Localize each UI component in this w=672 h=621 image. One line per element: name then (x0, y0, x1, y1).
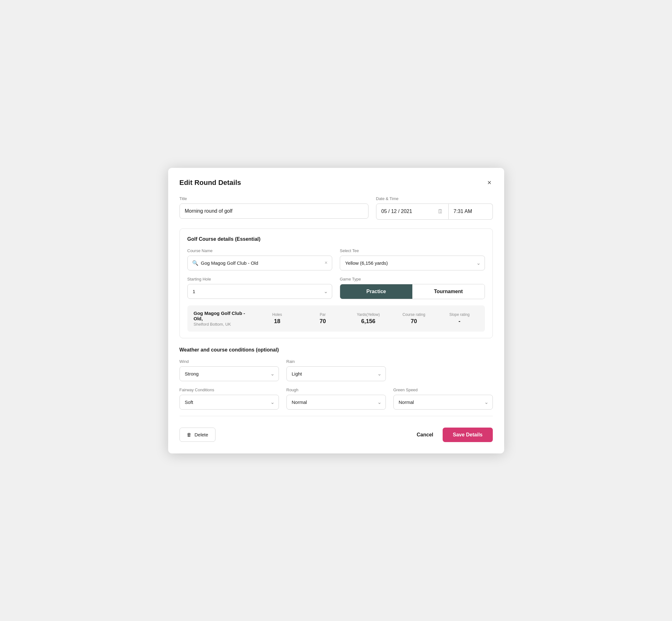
select-tee-col: Select Tee Yellow (6,156 yards) Red (5,2… (340, 248, 485, 271)
modal-header: Edit Round Details × (179, 178, 493, 188)
green-speed-wrap: Slow Normal Fast ⌄ (393, 395, 493, 410)
trash-icon: 🗑 (187, 432, 192, 437)
fairway-label: Fairway Conditions (179, 387, 279, 392)
course-name-tee-row: Course Name 🔍 × Select Tee Yellow (6,156… (187, 248, 485, 271)
wind-wrap: None Light Moderate Strong ⌄ (179, 366, 279, 381)
delete-button[interactable]: 🗑 Delete (179, 427, 215, 442)
yards-value: 6,156 (361, 318, 375, 325)
fairway-wrap: Soft Normal Firm ⌄ (179, 395, 279, 410)
date-value: 05 / 12 / 2021 (381, 209, 412, 214)
rain-col: Rain None Light Moderate Heavy ⌄ (287, 359, 386, 381)
select-tee-dropdown[interactable]: Yellow (6,156 yards) Red (5,200 yards) W… (340, 256, 485, 271)
title-label: Title (179, 196, 369, 201)
course-name-input-wrap[interactable]: 🔍 × (187, 256, 333, 271)
par-label: Par (320, 313, 326, 317)
green-speed-label: Green Speed (393, 387, 493, 392)
wind-col: Wind None Light Moderate Strong ⌄ (179, 359, 279, 381)
bottom-bar: 🗑 Delete Cancel Save Details (179, 426, 493, 442)
tournament-button[interactable]: Tournament (412, 284, 485, 299)
yards-label: Yards(Yellow) (357, 313, 380, 317)
wind-dropdown[interactable]: None Light Moderate Strong (179, 366, 279, 381)
rating-value: 70 (411, 318, 417, 325)
course-info-name: Gog Magog Golf Club - Old, Shelford Bott… (194, 310, 251, 327)
holes-value: 18 (274, 318, 280, 325)
practice-button[interactable]: Practice (340, 284, 412, 299)
fairway-dropdown[interactable]: Soft Normal Firm (179, 395, 279, 410)
rating-label: Course rating (403, 313, 425, 317)
date-time-row: 05 / 12 / 2021 🗓 7:31 AM (376, 204, 493, 220)
select-tee-label: Select Tee (340, 248, 485, 253)
starting-hole-wrap: 1 10 ⌄ (187, 284, 333, 299)
top-row: Title Date & Time 05 / 12 / 2021 🗓 7:31 … (179, 196, 493, 220)
holes-label: Holes (272, 313, 282, 317)
course-name-input[interactable] (201, 256, 322, 270)
starting-hole-dropdown[interactable]: 1 10 (187, 284, 333, 299)
edit-round-modal: Edit Round Details × Title Date & Time 0… (168, 168, 504, 453)
search-icon: 🔍 (192, 260, 199, 266)
title-input[interactable] (179, 204, 369, 219)
bottom-divider (179, 416, 493, 416)
date-box[interactable]: 05 / 12 / 2021 🗓 (376, 204, 449, 220)
course-section: Golf Course details (Essential) Course N… (179, 229, 493, 338)
yards-stat: Yards(Yellow) 6,156 (349, 313, 387, 325)
course-section-title: Golf Course details (Essential) (187, 236, 485, 242)
course-info-bar: Gog Magog Golf Club - Old, Shelford Bott… (187, 305, 485, 332)
time-value: 7:31 AM (454, 209, 472, 214)
time-box[interactable]: 7:31 AM (449, 204, 493, 220)
rating-stat: Course rating 70 (395, 313, 433, 325)
fairway-rough-green-row: Fairway Conditions Soft Normal Firm ⌄ Ro… (179, 387, 493, 410)
starting-hole-label: Starting Hole (187, 277, 333, 282)
cancel-button[interactable]: Cancel (414, 428, 436, 442)
course-name-label: Course Name (187, 248, 333, 253)
rain-label: Rain (287, 359, 386, 364)
rough-dropdown[interactable]: Soft Normal Firm (287, 395, 386, 410)
starting-hole-col: Starting Hole 1 10 ⌄ (187, 277, 333, 299)
course-name-col: Course Name 🔍 × (187, 248, 333, 271)
starting-hole-game-type-row: Starting Hole 1 10 ⌄ Game Type Practice … (187, 277, 485, 299)
modal-title: Edit Round Details (179, 178, 241, 187)
course-location-display: Shelford Bottom, UK (194, 322, 251, 327)
close-button[interactable]: × (486, 178, 493, 188)
par-value: 70 (320, 318, 326, 325)
course-name-clear-button[interactable]: × (322, 260, 328, 266)
slope-label: Slope rating (449, 313, 469, 317)
rain-dropdown[interactable]: None Light Moderate Heavy (287, 366, 386, 381)
weather-section: Weather and course conditions (optional)… (179, 347, 493, 410)
delete-label: Delete (195, 432, 208, 437)
calendar-icon: 🗓 (437, 208, 443, 215)
fairway-col: Fairway Conditions Soft Normal Firm ⌄ (179, 387, 279, 410)
rough-col: Rough Soft Normal Firm ⌄ (287, 387, 386, 410)
wind-label: Wind (179, 359, 279, 364)
holes-stat: Holes 18 (258, 313, 296, 325)
title-group: Title (179, 196, 369, 220)
slope-stat: Slope rating - (440, 313, 478, 325)
datetime-group: Date & Time 05 / 12 / 2021 🗓 7:31 AM (376, 196, 493, 220)
rain-wrap: None Light Moderate Heavy ⌄ (287, 366, 386, 381)
datetime-label: Date & Time (376, 196, 493, 201)
weather-section-title: Weather and course conditions (optional) (179, 347, 493, 353)
game-type-label: Game Type (340, 277, 485, 282)
save-button[interactable]: Save Details (443, 427, 493, 442)
bottom-right-actions: Cancel Save Details (414, 427, 493, 442)
par-stat: Par 70 (304, 313, 342, 325)
green-speed-dropdown[interactable]: Slow Normal Fast (393, 395, 493, 410)
rough-label: Rough (287, 387, 386, 392)
green-speed-col: Green Speed Slow Normal Fast ⌄ (393, 387, 493, 410)
course-name-display: Gog Magog Golf Club - Old, (194, 310, 251, 321)
wind-rain-row: Wind None Light Moderate Strong ⌄ Rain N… (179, 359, 493, 381)
slope-value: - (458, 318, 460, 325)
rough-wrap: Soft Normal Firm ⌄ (287, 395, 386, 410)
game-type-toggle: Practice Tournament (340, 284, 485, 299)
game-type-col: Game Type Practice Tournament (340, 277, 485, 299)
select-tee-wrap: Yellow (6,156 yards) Red (5,200 yards) W… (340, 256, 485, 271)
